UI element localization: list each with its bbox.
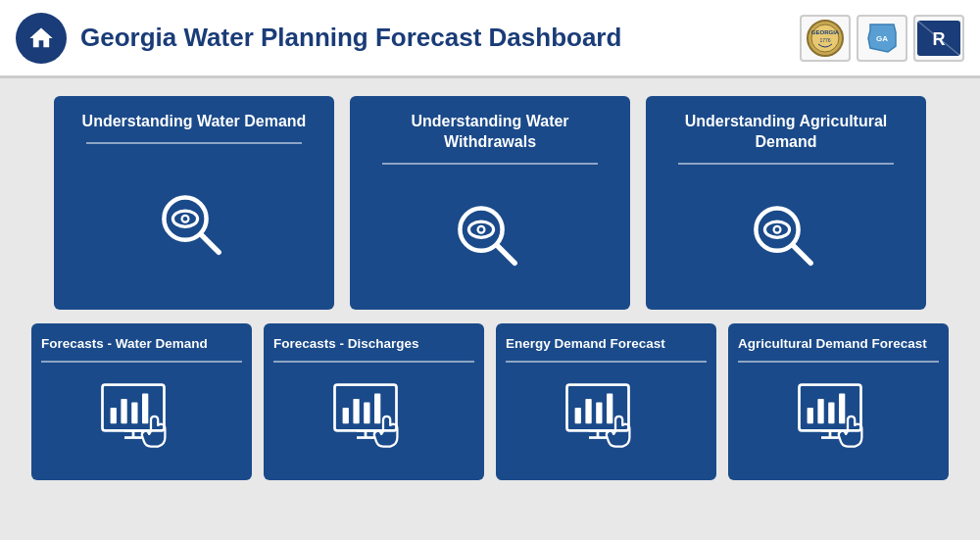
card-title: Forecasts - Water Demand: [41, 335, 242, 353]
main-content: Understanding Water Demand Understanding…: [0, 78, 980, 540]
chart-hand-icon: [41, 370, 242, 470]
svg-line-13: [201, 235, 219, 253]
svg-rect-35: [364, 402, 369, 423]
chart-hand-icon: [506, 370, 707, 470]
georgia-map-logo: GA: [857, 15, 907, 62]
georgia-emblem-logo: GEORGIA 1776: [800, 15, 851, 62]
card-title: Understanding Agricultural Demand: [660, 112, 912, 153]
svg-text:GEORGIA: GEORGIA: [811, 29, 840, 35]
rv-logo: R: [913, 15, 964, 62]
magnify-eye-icon: [150, 164, 238, 296]
card-title: Understanding Water Demand: [82, 112, 307, 132]
svg-rect-52: [839, 393, 845, 423]
header-logos: GEORGIA 1776 GA R: [800, 15, 964, 62]
svg-rect-34: [353, 399, 359, 423]
magnify-eye-icon: [446, 184, 534, 296]
svg-rect-33: [342, 408, 348, 423]
card-understanding-water-withdrawals[interactable]: Understanding Water Withdrawals: [350, 96, 630, 310]
card-understanding-agricultural-demand[interactable]: Understanding Agricultural Demand: [646, 96, 926, 310]
svg-rect-41: [574, 408, 580, 423]
svg-point-22: [775, 227, 780, 232]
svg-rect-36: [374, 393, 380, 423]
top-cards-row: Understanding Water Demand Understanding…: [20, 96, 960, 310]
card-divider: [506, 361, 707, 363]
card-divider: [382, 163, 597, 165]
card-title: Understanding Water Withdrawals: [364, 112, 616, 153]
svg-rect-49: [807, 408, 812, 423]
svg-point-17: [479, 227, 484, 232]
svg-text:R: R: [933, 29, 946, 49]
svg-line-18: [497, 245, 514, 263]
card-divider: [738, 361, 939, 363]
svg-point-12: [183, 217, 188, 221]
card-forecasts-water-demand[interactable]: Forecasts - Water Demand: [31, 323, 252, 480]
magnify-eye-icon: [742, 184, 830, 296]
card-forecasts-discharges[interactable]: Forecasts - Discharges: [264, 323, 484, 480]
svg-text:1776: 1776: [819, 37, 830, 43]
svg-rect-44: [607, 393, 612, 423]
svg-rect-28: [142, 393, 148, 423]
chart-hand-icon: [273, 370, 474, 470]
svg-text:GA: GA: [876, 34, 888, 43]
card-divider: [41, 361, 242, 363]
svg-rect-42: [585, 399, 591, 423]
svg-rect-51: [828, 402, 834, 423]
card-title: Energy Demand Forecast: [506, 335, 707, 353]
card-divider: [86, 142, 301, 144]
bottom-cards-row: Forecasts - Water Demand: [20, 323, 960, 480]
dashboard-title: Georgia Water Planning Forecast Dashboar…: [80, 23, 800, 53]
chart-hand-icon: [738, 370, 939, 470]
card-divider: [678, 163, 893, 165]
svg-rect-26: [121, 399, 126, 423]
card-title: Agricultural Demand Forecast: [738, 335, 939, 353]
card-divider: [273, 361, 474, 363]
svg-rect-27: [131, 402, 137, 423]
svg-line-23: [793, 245, 810, 263]
card-agricultural-demand-forecast[interactable]: Agricultural Demand Forecast: [728, 323, 949, 480]
svg-rect-25: [110, 408, 116, 423]
card-energy-demand-forecast[interactable]: Energy Demand Forecast: [496, 323, 716, 480]
card-title: Forecasts - Discharges: [273, 335, 474, 353]
svg-rect-43: [596, 402, 602, 423]
card-understanding-water-demand[interactable]: Understanding Water Demand: [54, 96, 334, 310]
svg-rect-50: [817, 399, 823, 423]
home-icon[interactable]: [16, 13, 67, 64]
header: Georgia Water Planning Forecast Dashboar…: [0, 0, 980, 78]
